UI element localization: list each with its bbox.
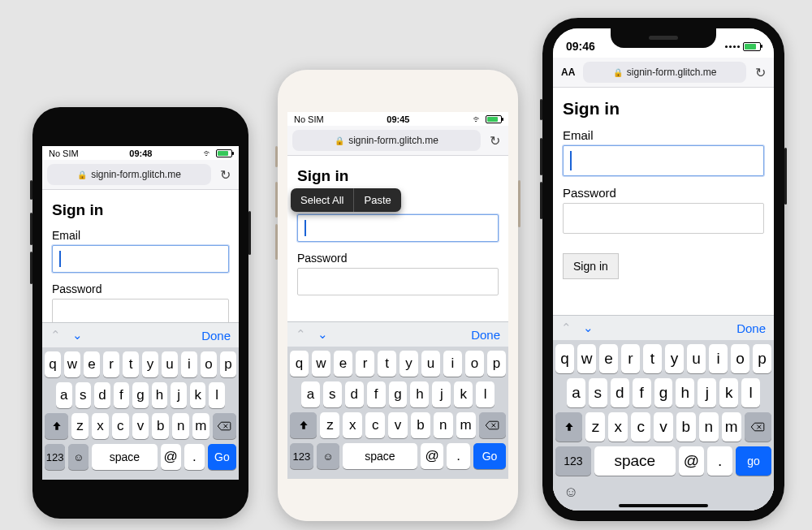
key-l[interactable]: l bbox=[476, 381, 495, 407]
emoji-key[interactable]: ☺ bbox=[317, 443, 340, 469]
password-field[interactable] bbox=[297, 268, 499, 295]
password-field[interactable] bbox=[52, 299, 229, 322]
key-d[interactable]: d bbox=[611, 378, 629, 407]
context-select-all[interactable]: Select All bbox=[291, 188, 353, 212]
key-b[interactable]: b bbox=[676, 412, 696, 442]
key-b[interactable]: b bbox=[152, 413, 169, 439]
numbers-key[interactable]: 123 bbox=[555, 446, 591, 476]
go-key[interactable]: go bbox=[736, 446, 771, 476]
password-field[interactable] bbox=[563, 203, 764, 234]
key-n[interactable]: n bbox=[172, 413, 189, 439]
key-e[interactable]: e bbox=[84, 351, 100, 377]
key-d[interactable]: d bbox=[94, 382, 110, 408]
key-z[interactable]: z bbox=[71, 413, 89, 439]
key-g[interactable]: g bbox=[654, 378, 673, 407]
signin-button[interactable]: Sign in bbox=[563, 253, 619, 279]
dot-key[interactable]: . bbox=[707, 446, 732, 476]
key-b[interactable]: b bbox=[411, 412, 430, 438]
key-q[interactable]: q bbox=[45, 351, 61, 377]
key-h[interactable]: h bbox=[152, 382, 168, 408]
prev-field-icon[interactable]: ⌃ bbox=[296, 327, 306, 342]
key-w[interactable]: w bbox=[312, 351, 330, 377]
key-v[interactable]: v bbox=[654, 412, 673, 442]
url-pill[interactable]: 🔒 signin-form.glitch.me bbox=[292, 130, 481, 151]
key-r[interactable]: r bbox=[356, 351, 374, 377]
key-m[interactable]: m bbox=[192, 413, 209, 439]
key-v[interactable]: v bbox=[388, 412, 408, 438]
key-z[interactable]: z bbox=[585, 412, 605, 442]
emoji-key[interactable]: ☺ bbox=[68, 444, 89, 470]
key-x[interactable]: x bbox=[92, 413, 109, 439]
key-y[interactable]: y bbox=[400, 351, 418, 377]
key-j[interactable]: j bbox=[698, 378, 716, 407]
key-x[interactable]: x bbox=[343, 412, 362, 438]
key-c[interactable]: c bbox=[365, 412, 385, 438]
backspace-key[interactable] bbox=[745, 412, 771, 442]
key-w[interactable]: w bbox=[577, 344, 596, 373]
key-r[interactable]: r bbox=[103, 351, 119, 377]
key-a[interactable]: a bbox=[567, 378, 585, 407]
key-t[interactable]: t bbox=[123, 351, 139, 377]
text-size-button[interactable]: AA bbox=[558, 67, 578, 78]
key-y[interactable]: y bbox=[142, 351, 158, 377]
keyboard-done-button[interactable]: Done bbox=[471, 328, 500, 342]
backspace-key[interactable] bbox=[213, 413, 236, 439]
key-k[interactable]: k bbox=[190, 382, 206, 408]
key-j[interactable]: j bbox=[171, 382, 187, 408]
keyboard-done-button[interactable]: Done bbox=[736, 321, 766, 335]
key-e[interactable]: e bbox=[334, 351, 352, 377]
key-q[interactable]: q bbox=[555, 344, 574, 373]
key-g[interactable]: g bbox=[132, 382, 149, 408]
next-field-icon[interactable]: ⌄ bbox=[317, 327, 328, 342]
numbers-key[interactable]: 123 bbox=[45, 444, 65, 470]
url-pill[interactable]: 🔒 signin-form.glitch.me bbox=[583, 62, 746, 83]
space-key[interactable]: space bbox=[594, 446, 676, 476]
key-u[interactable]: u bbox=[162, 351, 178, 377]
key-t[interactable]: t bbox=[643, 344, 662, 373]
key-w[interactable]: w bbox=[64, 351, 80, 377]
key-f[interactable]: f bbox=[114, 382, 130, 408]
key-v[interactable]: v bbox=[132, 413, 149, 439]
go-key[interactable]: Go bbox=[208, 444, 236, 470]
prev-field-icon[interactable]: ⌃ bbox=[561, 321, 572, 335]
key-z[interactable]: z bbox=[320, 412, 339, 438]
key-k[interactable]: k bbox=[719, 378, 738, 407]
refresh-button[interactable]: ↻ bbox=[751, 63, 769, 81]
key-g[interactable]: g bbox=[389, 381, 408, 407]
key-c[interactable]: c bbox=[112, 413, 129, 439]
at-key[interactable]: @ bbox=[161, 444, 181, 470]
key-i[interactable]: i bbox=[709, 344, 728, 373]
key-n[interactable]: n bbox=[699, 412, 719, 442]
key-p[interactable]: p bbox=[220, 351, 236, 377]
key-o[interactable]: o bbox=[731, 344, 749, 373]
shift-key[interactable] bbox=[45, 413, 68, 439]
key-m[interactable]: m bbox=[722, 412, 741, 442]
key-l[interactable]: l bbox=[741, 378, 760, 407]
key-j[interactable]: j bbox=[432, 381, 451, 407]
shift-key[interactable] bbox=[555, 412, 582, 442]
key-u[interactable]: u bbox=[687, 344, 706, 373]
key-c[interactable]: c bbox=[631, 412, 650, 442]
shift-key[interactable] bbox=[290, 412, 317, 438]
at-key[interactable]: @ bbox=[421, 443, 444, 469]
key-q[interactable]: q bbox=[290, 351, 309, 377]
key-a[interactable]: a bbox=[301, 381, 320, 407]
keyboard-done-button[interactable]: Done bbox=[201, 329, 231, 343]
home-button[interactable] bbox=[382, 485, 413, 516]
email-field[interactable] bbox=[563, 145, 764, 176]
key-n[interactable]: n bbox=[434, 412, 453, 438]
key-f[interactable]: f bbox=[633, 378, 651, 407]
go-key[interactable]: Go bbox=[473, 443, 506, 469]
key-h[interactable]: h bbox=[676, 378, 694, 407]
at-key[interactable]: @ bbox=[679, 446, 704, 476]
key-s[interactable]: s bbox=[589, 378, 607, 407]
key-x[interactable]: x bbox=[608, 412, 628, 442]
key-p[interactable]: p bbox=[753, 344, 771, 373]
backspace-key[interactable] bbox=[479, 412, 506, 438]
key-s[interactable]: s bbox=[76, 382, 92, 408]
key-a[interactable]: a bbox=[56, 382, 72, 408]
key-i[interactable]: i bbox=[181, 351, 197, 377]
key-k[interactable]: k bbox=[454, 381, 473, 407]
key-o[interactable]: o bbox=[465, 351, 484, 377]
key-h[interactable]: h bbox=[410, 381, 429, 407]
